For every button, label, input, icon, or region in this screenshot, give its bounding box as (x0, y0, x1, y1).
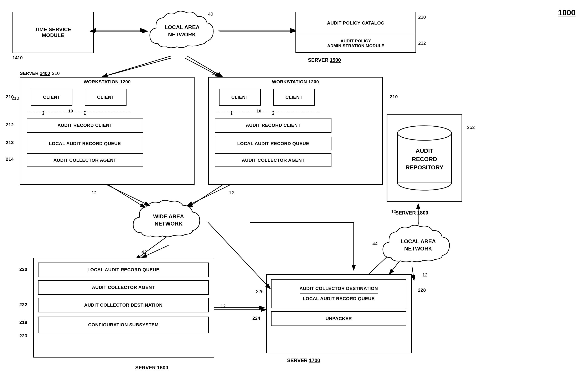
client-left-2: CLIENT (85, 89, 126, 106)
ref-218: 218 (19, 320, 27, 325)
svg-marker-25 (272, 111, 274, 113)
wan-cloud: WIDE AREA NETWORK (129, 200, 208, 245)
ref-40: 40 (208, 11, 213, 17)
ref-230: 230 (418, 15, 426, 20)
svg-text:LOCAL AREA: LOCAL AREA (165, 24, 200, 30)
ref-12-wan-left: 12 (92, 190, 97, 196)
svg-text:NETWORK: NETWORK (155, 221, 183, 227)
client-right-1: CLIENT (219, 89, 261, 106)
bus-left: 10 (27, 110, 131, 116)
ref-220: 220 (19, 267, 27, 272)
svg-text:REPOSITORY: REPOSITORY (405, 164, 443, 171)
ref-223: 223 (19, 333, 27, 339)
audit-policy-catalog-box: AUDIT POLICY CATALOG (295, 12, 416, 35)
arc-left-box: AUDIT RECORD CLIENT (27, 118, 143, 133)
time-service-module-label: TIME SERVICE MODULE (35, 27, 71, 38)
ref-12-bottom-right: 12 (422, 272, 427, 278)
client-left-1: CLIENT (31, 89, 72, 106)
ref-10-repo: 10 (391, 209, 396, 214)
audit-policy-admin-box: AUDIT POLICY ADMINISTRATION MODULE (295, 34, 416, 53)
svg-text:AUDIT: AUDIT (416, 148, 433, 154)
server-1500-label: SERVER 1500 (308, 57, 341, 63)
svg-line-41 (102, 56, 171, 77)
server-1600-box: LOCAL AUDIT RECORD QUEUE 220 AUDIT COLLE… (33, 258, 214, 358)
svg-text:NETWORK: NETWORK (404, 246, 432, 252)
bus-ref-10-right: 10 (256, 109, 261, 114)
server-1700-label: SERVER 1700 (287, 358, 320, 363)
ref-42: 42 (142, 250, 147, 255)
ref-12-s1600-s1700: 12 (221, 304, 226, 309)
tsm-ref-label: 1410 (13, 55, 23, 60)
ref-210-ws-right-in: 210 (212, 71, 220, 76)
bus-right: 10 (215, 110, 319, 116)
lan-top-cloud: LOCAL AREA NETWORK (146, 10, 218, 56)
bus-ref-10-left: 10 (68, 109, 73, 114)
ref-44: 44 (373, 241, 378, 247)
svg-marker-20 (84, 111, 86, 113)
audit-policy-admin-label: AUDIT POLICY ADMINISTRATION MODULE (327, 39, 384, 48)
aca-right-box: AUDIT COLLECTOR AGENT (215, 154, 332, 167)
server-1600-label: SERVER 1600 (135, 365, 168, 371)
s1600-larq: LOCAL AUDIT RECORD QUEUE (38, 263, 209, 277)
ref-12-wan-right: 12 (229, 190, 234, 196)
svg-point-31 (398, 126, 452, 140)
svg-line-4 (102, 58, 171, 77)
svg-line-47 (208, 222, 271, 289)
ref-210-left: 210 (11, 96, 19, 101)
ws-left-label: WORKSTATION (84, 79, 119, 84)
workstation-right-box: WORKSTATION 1200 CLIENT CLIENT 210 10 AU… (208, 77, 383, 185)
svg-marker-23 (231, 111, 233, 113)
server-1400-label: SERVER 1400 (20, 71, 50, 76)
time-service-module-box: TIME SERVICE MODULE (13, 12, 94, 53)
svg-marker-21 (84, 113, 86, 115)
svg-text:LOCAL AREA: LOCAL AREA (401, 238, 436, 244)
ref-228: 228 (418, 288, 426, 293)
svg-marker-24 (231, 113, 233, 115)
lan-right-cloud: LOCAL AREA NETWORK (379, 225, 458, 270)
ref-210-right-top: 210 (390, 94, 398, 99)
s1700-acd-larq: AUDIT COLLECTOR DESTINATION LOCAL AUDIT … (271, 279, 406, 308)
ws-right-label: WORKSTATION (272, 79, 307, 84)
ref-213-left: 213 (6, 140, 14, 145)
client-right-2: CLIENT (273, 89, 315, 106)
s1600-config: CONFIGURATION SUBSYSTEM (38, 317, 209, 333)
ref-210-ws-left-in: 210 (52, 71, 60, 76)
s1700-unpacker: UNPACKER (271, 311, 406, 326)
svg-text:NETWORK: NETWORK (168, 31, 196, 38)
ref-226: 226 (256, 289, 264, 294)
ws-right-num: 1200 (308, 79, 319, 84)
ws-left-num: 1200 (120, 79, 131, 84)
server-1700-box: AUDIT COLLECTOR DESTINATION LOCAL AUDIT … (266, 274, 412, 353)
audit-record-repo-cylinder: AUDIT RECORD REPOSITORY (385, 112, 464, 205)
larq-left-box: LOCAL AUDIT RECORD QUEUE (27, 137, 143, 150)
workstation-left-box: WORKSTATION 1200 CLIENT CLIENT 210 10 AU… (20, 77, 194, 185)
svg-marker-19 (42, 113, 44, 115)
server-1800-label: SERVER 1800 (395, 210, 428, 216)
s1600-acd: AUDIT COLLECTOR DESTINATION (38, 298, 209, 312)
aca-left-box: AUDIT COLLECTOR AGENT (27, 154, 143, 167)
svg-marker-18 (42, 111, 44, 113)
ref-224: 224 (252, 315, 260, 321)
ref-222: 222 (19, 302, 27, 308)
ref-214-left: 214 (6, 156, 14, 162)
audit-policy-catalog-label: AUDIT POLICY CATALOG (327, 20, 384, 26)
ref-252: 252 (467, 125, 475, 130)
ref-232: 232 (418, 40, 426, 46)
larq-right-box: LOCAL AUDIT RECORD QUEUE (215, 137, 332, 150)
s1600-aca: AUDIT COLLECTOR AGENT (38, 280, 209, 295)
page-ref: 1000 (558, 8, 575, 17)
svg-marker-26 (272, 113, 274, 115)
ref-212-left: 212 (6, 122, 14, 128)
svg-text:RECORD: RECORD (412, 156, 437, 162)
svg-text:WIDE AREA: WIDE AREA (153, 213, 184, 219)
arc-right-box: AUDIT RECORD CLIENT (215, 118, 332, 133)
